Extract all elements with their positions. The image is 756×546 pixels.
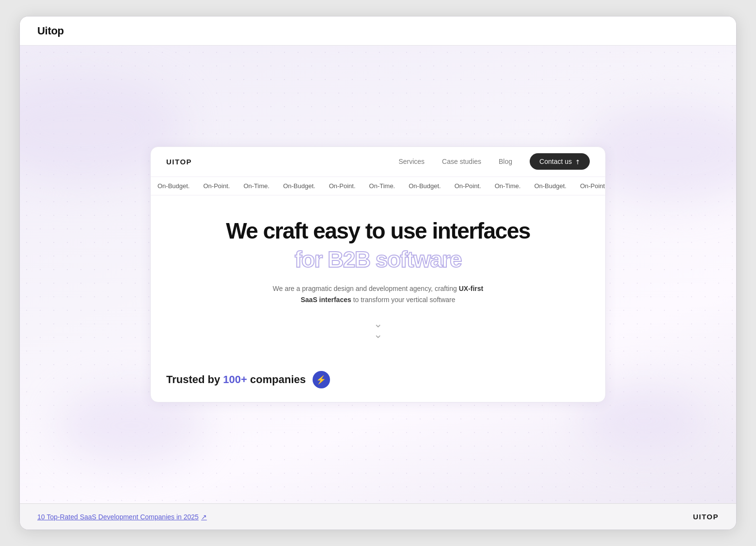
trust-badge-icon: ⚡: [316, 375, 326, 385]
inner-card: UITOP Services Case studies Blog Contact…: [150, 146, 606, 402]
ticker-item: On-Budget.: [276, 182, 322, 190]
ticker-item: On-Budget.: [151, 182, 197, 190]
top-bar-logo: Uitop: [37, 25, 64, 37]
hero-title-sub: for B2B software: [166, 247, 590, 273]
ticker-item: On-Point.: [322, 182, 362, 190]
ticker-item: On-Time.: [362, 182, 402, 190]
ticker-item: On-Time.: [236, 182, 276, 190]
outer-frame: Uitop UITOP Services Case studies Blog C…: [19, 16, 737, 530]
trusted-number: 100+: [223, 373, 247, 385]
bottom-link-arrow-icon: ↗: [201, 513, 207, 521]
ticker-bar: On-Budget. On-Point. On-Time. On-Budget.…: [151, 177, 605, 195]
ticker-item: On-Point.: [197, 182, 237, 190]
background-area: UITOP Services Case studies Blog Contact…: [20, 46, 736, 503]
ticker-item: On-Point.: [448, 182, 488, 190]
ticker-item: On-Point.: [573, 182, 605, 190]
nav-link-services[interactable]: Services: [398, 158, 425, 165]
nav-links: Services Case studies Blog: [398, 158, 512, 165]
contact-us-button[interactable]: Contact us ↗: [530, 153, 590, 170]
nav-link-case-studies[interactable]: Case studies: [442, 158, 481, 165]
hero-title-main: We craft easy to use interfaces: [166, 219, 590, 243]
bottom-bar: 10 Top-Rated SaaS Development Companies …: [20, 503, 736, 530]
bottom-brand: UITOP: [693, 513, 719, 521]
trusted-section: Trusted by 100+ companies ⚡: [151, 357, 605, 402]
bottom-link[interactable]: 10 Top-Rated SaaS Development Companies …: [37, 513, 207, 521]
trust-badge: ⚡: [313, 371, 330, 388]
nav-link-blog[interactable]: Blog: [499, 158, 512, 165]
navbar: UITOP Services Case studies Blog Contact…: [151, 147, 605, 177]
contact-arrow-icon: ↗: [573, 157, 582, 166]
ticker-track: On-Budget. On-Point. On-Time. On-Budget.…: [151, 182, 605, 190]
ticker-item: On-Budget.: [402, 182, 448, 190]
ticker-item: On-Budget.: [527, 182, 573, 190]
top-bar: Uitop: [20, 16, 736, 46]
hero-description: We are a pragmatic design and developmen…: [271, 283, 485, 305]
ticker-item: On-Time.: [488, 182, 528, 190]
nav-logo: UITOP: [166, 158, 192, 166]
hero-section: We craft easy to use interfaces for B2B …: [151, 195, 605, 357]
trusted-text: Trusted by 100+ companies: [166, 373, 306, 386]
scroll-chevron-icon[interactable]: ⌄⌄: [166, 319, 590, 340]
